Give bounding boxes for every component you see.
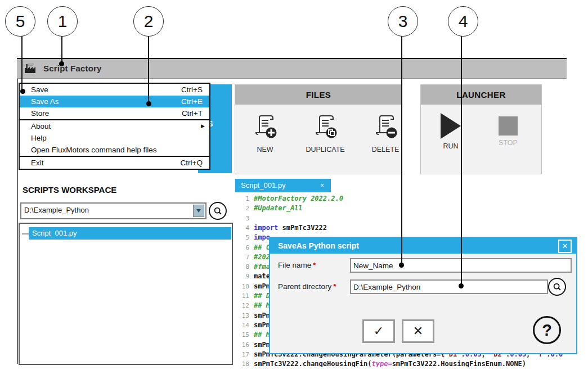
menu-item-label: Save As	[31, 97, 59, 106]
code-segment: impo	[254, 233, 270, 241]
parent-directory-input[interactable]	[350, 279, 548, 294]
menu-item-about[interactable]: About▶	[20, 120, 209, 132]
line-number: 5	[235, 233, 249, 242]
line-number: 10	[235, 282, 249, 291]
line-number: 8	[235, 262, 249, 272]
code-line: 16smPm	[235, 340, 270, 350]
menu-item-store[interactable]: StoreCtrl+T	[20, 107, 209, 119]
callout-line-3	[401, 35, 402, 265]
required-asterisk: *	[333, 282, 336, 291]
code-line: 6## C	[235, 243, 270, 252]
code-segment: smPmTc3V222	[282, 224, 327, 232]
callout-line-4	[461, 35, 462, 286]
code-segment: mate	[254, 272, 270, 280]
x-icon: ✕	[413, 324, 423, 339]
line-number: 13	[235, 311, 249, 321]
menu-item-label: About	[31, 122, 51, 130]
code-line: 14smPm	[235, 321, 270, 330]
callout-dot-3	[399, 263, 404, 268]
code-segment: ## M	[254, 301, 270, 309]
menu-item-save-as[interactable]: Save AsCtrl+E	[20, 96, 209, 107]
code-line: 15## M	[235, 330, 270, 340]
file-tool-label: DUPLICATE	[298, 146, 352, 154]
line-number: 1	[235, 194, 249, 204]
line-number: 16	[235, 340, 249, 350]
callout-line-5	[21, 35, 23, 91]
line-number: 7	[235, 252, 249, 262]
code-segment: #202	[254, 253, 270, 261]
help-button[interactable]: ?	[533, 316, 561, 344]
code-segment: #fma	[254, 263, 270, 270]
callout-dot-1	[59, 61, 64, 66]
workspace-search-button[interactable]	[209, 202, 227, 220]
code-segment: smPm	[254, 312, 270, 319]
document-copy-icon	[312, 113, 339, 140]
line-number: 4	[235, 223, 249, 233]
scripts-workspace-title: SCRIPTS WORKSPACE	[23, 185, 116, 195]
code-segment: ## M	[254, 331, 270, 339]
menu-item-label: Save	[31, 85, 48, 94]
run-button[interactable]: RUN	[424, 113, 478, 150]
menu-item-exit[interactable]: ExitCtrl+Q	[20, 157, 209, 169]
code-line: 2#Updater_All	[235, 204, 303, 213]
ok-button[interactable]: ✓	[362, 319, 395, 343]
browse-directory-button[interactable]	[548, 278, 566, 296]
new-button[interactable]: NEW	[238, 113, 292, 154]
line-number: 14	[235, 321, 249, 330]
callout-dot-4	[459, 283, 464, 288]
delete-button[interactable]: DELETE	[358, 113, 412, 154]
line-number: 9	[235, 272, 249, 281]
tab-close-icon[interactable]: ×	[320, 179, 324, 192]
callout-dot-5	[20, 89, 25, 94]
menu-item-save[interactable]: SaveCtrl+S	[20, 84, 209, 96]
code-segment: smPmTc3V222.HousingFinsEnum.NONE)	[392, 360, 526, 367]
document-remove-icon	[372, 113, 399, 140]
callout-4: 4	[448, 6, 478, 37]
window-title-bar: Script Factory	[17, 58, 567, 79]
workspace-path-combobox[interactable]: D:\Example_Python	[20, 202, 207, 219]
file-tool-label: DELETE	[358, 146, 412, 154]
duplicate-button[interactable]: DUPLICATE	[298, 113, 352, 154]
file-name-label: File name*	[278, 261, 316, 269]
menu-item-label: Open FluxMotors command help files	[31, 146, 157, 154]
stop-icon	[499, 116, 518, 136]
dialog-close-icon[interactable]: ✕	[558, 240, 572, 253]
files-panel: FILES NEWDUPLICATEDELETE	[235, 84, 402, 174]
required-asterisk: *	[313, 261, 316, 269]
cancel-button[interactable]: ✕	[402, 319, 434, 343]
window-title: Script Factory	[43, 64, 102, 73]
launcher-panel: LAUNCHER RUN STOP	[420, 84, 542, 174]
saveas-dialog: SaveAs Python script ✕ File name* Parent…	[269, 237, 577, 354]
line-number: 2	[235, 204, 249, 213]
code-segment: ## D	[254, 292, 270, 300]
tree-branch-line	[22, 233, 29, 234]
code-segment: #Updater_All	[254, 204, 303, 212]
code-line: 9mate	[235, 272, 270, 281]
code-line: 10smPm	[235, 282, 270, 291]
line-number: 17	[235, 350, 249, 359]
menu-item-open-fluxmotors-command-help-files[interactable]: Open FluxMotors command help files	[20, 144, 209, 156]
menu-item-label: Help	[31, 134, 47, 142]
code-line: 12## M	[235, 301, 270, 310]
line-number: 12	[235, 301, 249, 310]
code-line: 7#202	[235, 252, 270, 262]
file-tool-label: NEW	[238, 146, 292, 154]
editor-tab-label: Script_001.py	[241, 179, 286, 192]
file-menu: SaveCtrl+SSave AsCtrl+EStoreCtrl+TAbout▶…	[19, 83, 210, 170]
code-segment: smPm	[254, 282, 270, 290]
menu-item-help[interactable]: Help	[20, 132, 209, 144]
callout-5: 5	[5, 6, 35, 37]
code-line: 5impo	[235, 233, 270, 242]
code-line: 8#fma	[235, 262, 270, 272]
editor-tab[interactable]: Script_001.py ×	[235, 179, 331, 192]
window-left-border	[17, 79, 18, 364]
run-icon	[441, 113, 461, 139]
code-line: 11## D	[235, 291, 270, 301]
search-icon	[552, 282, 562, 292]
chevron-down-icon[interactable]	[193, 205, 204, 217]
code-line: 18smPmTc3V222.changeHousingFin(type=smPm…	[235, 359, 526, 367]
document-add-icon	[252, 113, 279, 140]
callout-2: 2	[133, 6, 164, 37]
code-segment: type=	[372, 360, 392, 367]
tree-item-script[interactable]: Script_001.py	[29, 227, 231, 240]
